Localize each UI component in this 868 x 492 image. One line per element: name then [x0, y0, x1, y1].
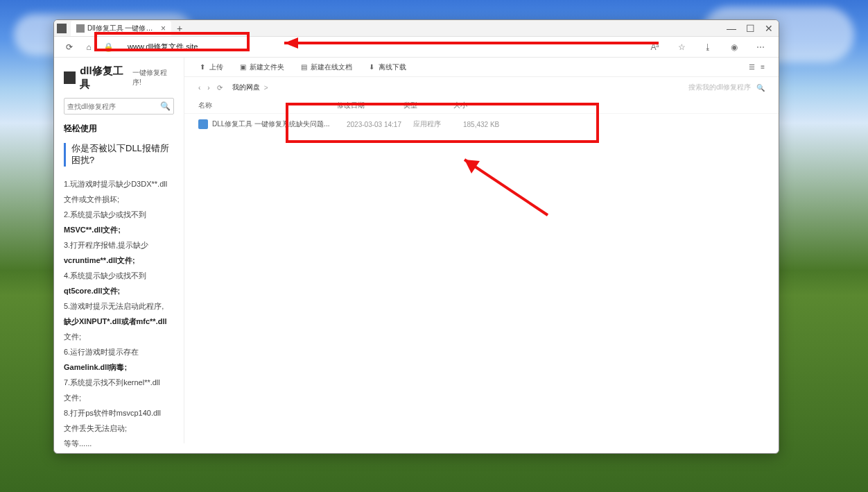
- file-type: 应用程序: [413, 119, 463, 129]
- browser-window: Dll修复工具 一键修复电脑丢失D × + — ☐ ✕ ⟳ ⌂ 🔒 www.dl…: [53, 19, 779, 454]
- url-text: www.dll修复文件.site: [128, 42, 198, 52]
- logo-title: dll修复工具: [80, 65, 131, 91]
- refresh-icon[interactable]: ⟳: [64, 42, 75, 53]
- nav-back-icon[interactable]: ‹: [198, 84, 200, 92]
- document-icon: ▤: [300, 63, 308, 71]
- file-search-hint[interactable]: 搜索我的dll修复程序: [688, 83, 751, 92]
- easy-use-title: 轻松使用: [64, 123, 174, 135]
- close-tab-icon[interactable]: ×: [161, 24, 166, 33]
- gear-icon: [64, 71, 76, 84]
- maximize-button[interactable]: ☐: [746, 23, 755, 34]
- search-input[interactable]: [67, 103, 160, 110]
- logo: dll修复工具 一键修复程序!: [64, 65, 174, 91]
- col-type[interactable]: 类型: [403, 101, 453, 110]
- troubles-heading: 你是否被以下DLL报错所困扰?: [64, 143, 174, 167]
- close-window-button[interactable]: ✕: [765, 23, 773, 34]
- main-panel: ⬆上传 ▣新建文件夹 ▤新建在线文档 ⬇离线下载 ☰ ≡ ‹ › ⟳ 我的网盘 …: [184, 58, 779, 443]
- favorite-icon[interactable]: ☆: [676, 42, 687, 53]
- home-icon[interactable]: ⌂: [83, 42, 94, 53]
- breadcrumb-sep: >: [264, 84, 268, 92]
- list-view-icon[interactable]: ☰: [749, 63, 755, 71]
- search-icon[interactable]: 🔍: [160, 101, 171, 111]
- breadcrumb-bar: ‹ › ⟳ 我的网盘 > 搜索我的dll修复程序 🔍: [184, 77, 779, 98]
- col-size[interactable]: 大小: [453, 101, 509, 110]
- file-date: 2023-03-03 14:17: [347, 121, 413, 128]
- folder-plus-icon: ▣: [238, 63, 247, 71]
- col-date[interactable]: 修改日期: [337, 101, 403, 110]
- minimize-button[interactable]: —: [727, 23, 736, 34]
- more-icon[interactable]: ⋯: [755, 42, 766, 53]
- tab-bar: Dll修复工具 一键修复电脑丢失D × + — ☐ ✕: [54, 20, 779, 37]
- browser-tab[interactable]: Dll修复工具 一键修复电脑丢失D ×: [71, 21, 171, 36]
- file-header: 名称 修改日期 类型 大小: [184, 98, 779, 114]
- nav-refresh-icon[interactable]: ⟳: [217, 84, 223, 92]
- url-input[interactable]: www.dll修复文件.site: [122, 40, 261, 55]
- file-size: 185,432 KB: [463, 121, 519, 128]
- new-tab-button[interactable]: +: [177, 23, 182, 34]
- file-search-icon[interactable]: 🔍: [756, 84, 765, 92]
- grid-view-icon[interactable]: ≡: [761, 63, 765, 71]
- download-icon: ⬇: [367, 63, 376, 71]
- page-content: dll修复工具 一键修复程序! 🔍 轻松使用 你是否被以下DLL报错所困扰? 1…: [54, 58, 779, 443]
- read-aloud-icon[interactable]: Aᵃ: [650, 42, 661, 53]
- offline-download-button[interactable]: ⬇离线下载: [367, 62, 406, 72]
- new-folder-button[interactable]: ▣新建文件夹: [238, 62, 284, 72]
- logo-subtitle: 一键修复程序!: [132, 68, 174, 87]
- new-doc-button[interactable]: ▤新建在线文档: [300, 62, 352, 72]
- breadcrumb-path[interactable]: 我的网盘: [232, 83, 260, 92]
- window-icon: [57, 24, 67, 33]
- upload-icon: ⬆: [198, 63, 207, 71]
- tab-title: Dll修复工具 一键修复电脑丢失D: [87, 24, 157, 33]
- sidebar-search[interactable]: 🔍: [64, 98, 174, 114]
- nav-forward-icon[interactable]: ›: [207, 84, 209, 92]
- tab-favicon: [76, 24, 85, 33]
- file-type-icon: [198, 119, 208, 129]
- address-bar: ⟳ ⌂ 🔒 www.dll修复文件.site Aᵃ ☆ ⭳ ◉ ⋯: [54, 37, 779, 58]
- window-controls: — ☐ ✕: [727, 23, 779, 34]
- upload-button[interactable]: ⬆上传: [198, 62, 223, 72]
- col-name[interactable]: 名称: [198, 101, 337, 110]
- downloads-icon[interactable]: ⭳: [702, 42, 713, 53]
- file-toolbar: ⬆上传 ▣新建文件夹 ▤新建在线文档 ⬇离线下载 ☰ ≡: [184, 58, 779, 77]
- lock-icon: 🔒: [103, 42, 114, 53]
- troubles-list: 1.玩游戏时提示缺少D3DX**.dll 文件或文件损坏; 2.系统提示缺少或找…: [64, 176, 174, 451]
- file-row[interactable]: DLL修复工具 一键修复系统缺失问题... 2023-03-03 14:17 应…: [184, 114, 779, 135]
- sidebar: dll修复工具 一键修复程序! 🔍 轻松使用 你是否被以下DLL报错所困扰? 1…: [54, 58, 184, 443]
- file-name: DLL修复工具 一键修复系统缺失问题...: [212, 119, 347, 129]
- profile-icon[interactable]: ◉: [729, 42, 740, 53]
